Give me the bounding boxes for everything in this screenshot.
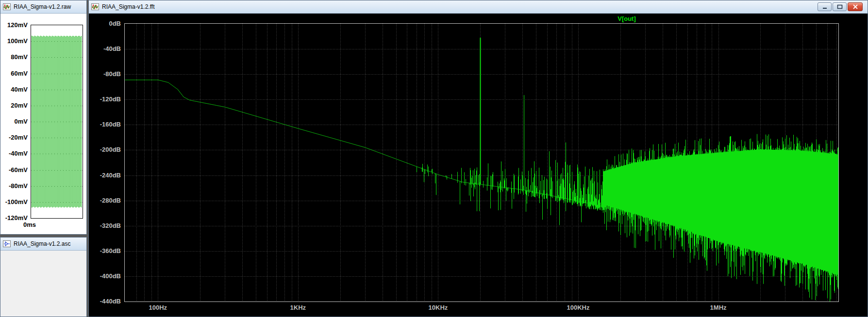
fft-y-tick-label: -80dB xyxy=(90,70,121,78)
fft-x-tick-label: 1KHz xyxy=(276,304,320,311)
raw-y-tick-label: 40mV xyxy=(0,86,28,94)
window-controls xyxy=(818,2,863,11)
waveform-file-icon[interactable] xyxy=(91,3,99,10)
fft-plot-frame xyxy=(124,23,839,302)
fft-y-tick-label: -320dB xyxy=(90,222,121,230)
raw-y-tick-label: -60mV xyxy=(0,166,28,174)
minimize-icon xyxy=(822,4,828,9)
close-button[interactable] xyxy=(848,2,863,11)
raw-y-tick-label: 100mV xyxy=(0,37,28,45)
minimize-button[interactable] xyxy=(818,2,832,11)
raw-y-tick-label: -120mV xyxy=(0,214,28,222)
raw-y-tick-label: -40mV xyxy=(0,150,28,158)
fft-y-tick-label: -240dB xyxy=(90,172,121,179)
window-raw-waveform: RIAA_Sigma-v1.2.raw 0ms 120mV100mV80mV60… xyxy=(0,0,87,235)
window-title: RIAA_Sigma-v1.2.asc xyxy=(14,240,70,247)
window-asc-schematic: RIAA_Sigma-v1.2.asc xyxy=(0,237,87,317)
close-icon xyxy=(852,4,858,9)
raw-y-tick-label: -80mV xyxy=(0,182,28,190)
schematic-area[interactable] xyxy=(0,251,86,317)
fft-x-tick-label: 100Hz xyxy=(136,304,180,311)
fft-y-tick-label: -360dB xyxy=(90,247,121,255)
fft-x-tick-label: 10KHz xyxy=(416,304,460,311)
raw-y-tick-label: 20mV xyxy=(0,102,28,110)
schematic-file-icon[interactable] xyxy=(3,240,11,247)
raw-y-tick-label: 80mV xyxy=(0,53,28,61)
raw-y-tick-label: 60mV xyxy=(0,70,28,78)
raw-plot-frame xyxy=(31,25,83,219)
titlebar-fft[interactable]: RIAA_Sigma-v1.2.fft xyxy=(89,0,868,14)
window-fft: RIAA_Sigma-v1.2.fft V[out] 0dB-40d xyxy=(88,0,868,317)
fft-x-tick-label: 100KHz xyxy=(556,304,600,311)
fft-y-tick-label: -120dB xyxy=(90,95,121,103)
fft-plot-canvas[interactable] xyxy=(125,24,838,301)
fft-trace-name-label[interactable]: V[out] xyxy=(598,15,656,22)
fft-x-tick-label: 1MHz xyxy=(697,304,740,311)
titlebar-asc[interactable]: RIAA_Sigma-v1.2.asc xyxy=(0,238,86,251)
window-title: RIAA_Sigma-v1.2.raw xyxy=(14,3,71,10)
window-title: RIAA_Sigma-v1.2.fft xyxy=(102,3,155,10)
raw-y-tick-label: 0mV xyxy=(0,118,28,126)
raw-x-tick-label: 0ms xyxy=(23,221,36,228)
raw-plot-canvas[interactable] xyxy=(31,25,83,218)
fft-y-tick-label: -40dB xyxy=(90,45,121,53)
raw-y-tick-label: -20mV xyxy=(0,134,28,142)
fft-y-tick-label: -280dB xyxy=(90,197,121,205)
titlebar-raw[interactable]: RIAA_Sigma-v1.2.raw xyxy=(0,0,86,14)
maximize-icon xyxy=(837,4,843,9)
fft-y-tick-label: -400dB xyxy=(90,272,121,280)
fft-y-tick-label: -200dB xyxy=(90,146,121,154)
raw-y-tick-label: 120mV xyxy=(0,21,28,29)
maximize-button[interactable] xyxy=(833,2,847,11)
waveform-file-icon[interactable] xyxy=(3,3,11,10)
fft-y-tick-label: 0dB xyxy=(90,20,121,28)
fft-y-tick-label: -440dB xyxy=(90,298,121,305)
raw-y-tick-label: -100mV xyxy=(0,198,28,206)
fft-y-tick-label: -160dB xyxy=(90,121,121,128)
